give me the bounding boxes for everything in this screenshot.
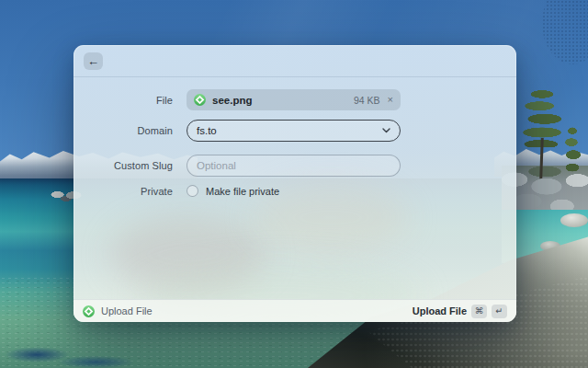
remove-file-icon[interactable]: × bbox=[388, 95, 393, 105]
back-button[interactable]: ← bbox=[84, 52, 103, 70]
upload-form: File see.png bbox=[74, 77, 516, 197]
wallpaper-stone bbox=[560, 213, 588, 227]
back-arrow-icon: ← bbox=[87, 55, 99, 67]
file-chip[interactable]: see.png 94 KB × bbox=[187, 89, 401, 110]
domain-select[interactable]: fs.to bbox=[187, 120, 401, 142]
custom-slug-input[interactable] bbox=[187, 155, 401, 177]
chevron-down-icon bbox=[382, 128, 390, 133]
upload-file-dialog: ← File bbox=[74, 45, 516, 322]
upload-file-button[interactable]: Upload File ⌘ ↵ bbox=[413, 305, 507, 318]
private-label: Private bbox=[74, 186, 173, 197]
private-toggle-group: Make file private bbox=[187, 185, 401, 197]
upload-service-icon bbox=[83, 305, 95, 317]
file-name: see.png bbox=[212, 95, 252, 106]
file-label: File bbox=[74, 95, 173, 106]
upload-service-icon bbox=[194, 94, 206, 106]
upload-file-button-label: Upload File bbox=[413, 305, 467, 316]
file-size: 94 KB bbox=[354, 95, 380, 106]
file-row: File see.png bbox=[74, 89, 516, 110]
command-key-icon: ⌘ bbox=[471, 305, 487, 318]
command-name: Upload File bbox=[101, 305, 153, 316]
custom-slug-label: Custom Slug bbox=[74, 160, 173, 171]
private-checkbox[interactable] bbox=[187, 185, 198, 197]
domain-value: fs.to bbox=[197, 125, 217, 136]
desktop: ← File bbox=[0, 0, 588, 368]
private-row: Private Make file private bbox=[74, 185, 516, 197]
domain-label: Domain bbox=[74, 125, 173, 136]
return-key-icon: ↵ bbox=[492, 305, 507, 318]
custom-slug-row: Custom Slug bbox=[74, 155, 516, 177]
domain-row: Domain fs.to bbox=[74, 120, 516, 142]
wallpaper-pine-tree-small bbox=[560, 127, 584, 175]
wallpaper-water-patches bbox=[0, 339, 147, 368]
dialog-footer: Upload File Upload File ⌘ ↵ bbox=[74, 299, 516, 322]
private-checkbox-label[interactable]: Make file private bbox=[206, 186, 279, 197]
dialog-header: ← bbox=[74, 45, 516, 77]
